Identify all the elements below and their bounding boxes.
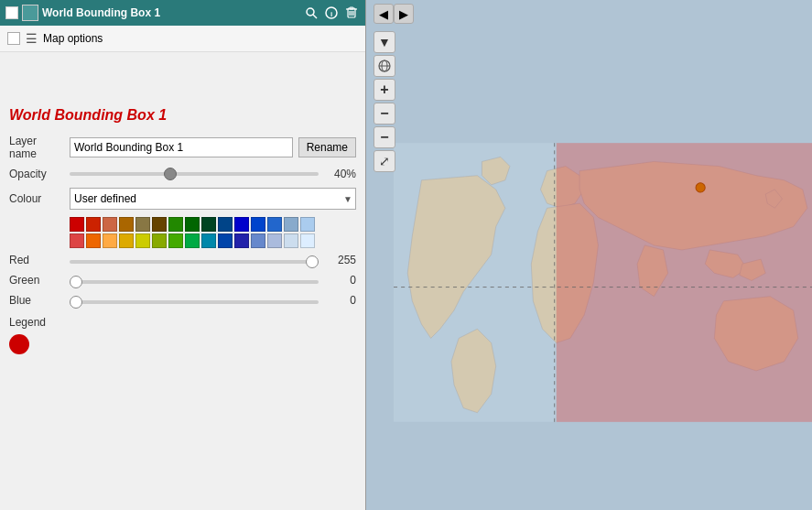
color-swatch[interactable]: [267, 233, 282, 248]
red-row: Red 255: [9, 254, 356, 266]
legend-section: Legend: [9, 316, 356, 354]
color-swatch[interactable]: [218, 217, 233, 232]
color-swatch[interactable]: [201, 233, 216, 248]
blue-value: 0: [324, 294, 356, 307]
color-swatch[interactable]: [70, 217, 84, 232]
blue-label: Blue: [9, 294, 64, 307]
color-swatch[interactable]: [185, 233, 200, 248]
layer-name-input[interactable]: [70, 137, 293, 157]
color-swatch[interactable]: [168, 217, 183, 232]
color-swatch[interactable]: [86, 233, 101, 248]
nav-right-arrow[interactable]: ▶: [394, 4, 414, 24]
colour-select-wrap: User defined Red Green Blue ▼: [70, 188, 356, 210]
color-swatch[interactable]: [70, 233, 84, 248]
map-options-label[interactable]: Map options: [43, 32, 103, 45]
color-swatch[interactable]: [284, 217, 298, 232]
layer-name-row: Layer name Rename: [9, 135, 356, 160]
zoom-controls: ▼ + − − ⤢: [374, 27, 395, 172]
green-value: 0: [324, 274, 356, 287]
color-swatch[interactable]: [185, 217, 200, 232]
color-swatch[interactable]: [284, 233, 298, 248]
map-options-checkbox[interactable]: [7, 32, 20, 45]
color-swatch[interactable]: [135, 217, 150, 232]
color-swatch[interactable]: [251, 233, 265, 248]
layer-title: World Bounding Box 1: [9, 107, 356, 124]
colour-select[interactable]: User defined Red Green Blue: [70, 188, 356, 210]
color-swatch[interactable]: [251, 217, 265, 232]
green-label: Green: [9, 274, 64, 287]
color-swatch[interactable]: [168, 233, 183, 248]
delete-icon[interactable]: [343, 5, 360, 21]
green-slider-wrap: [70, 274, 319, 287]
color-swatch[interactable]: [135, 233, 150, 248]
svg-point-0: [307, 8, 314, 16]
blue-row: Blue 0: [9, 294, 356, 307]
svg-rect-14: [557, 143, 812, 422]
opacity-slider[interactable]: [70, 172, 319, 176]
add-layer-button[interactable]: +: [374, 79, 395, 101]
blue-slider[interactable]: [70, 300, 319, 304]
nav-left-arrow[interactable]: ◀: [374, 4, 394, 24]
red-slider-wrap: [70, 254, 319, 266]
color-swatch[interactable]: [152, 217, 167, 232]
opacity-row: Opacity 40%: [9, 168, 356, 180]
color-swatch[interactable]: [234, 217, 249, 232]
colour-label: Colour: [9, 192, 64, 205]
blue-slider-wrap: [70, 294, 319, 307]
content-area: World Bounding Box 1 Layer name Rename O…: [0, 52, 365, 510]
svg-text:i: i: [330, 10, 332, 18]
red-slider[interactable]: [70, 260, 319, 264]
opacity-slider-wrap: [70, 172, 319, 176]
map-options-row: ☰ Map options: [0, 26, 365, 52]
red-label: Red: [9, 254, 64, 266]
legend-label: Legend: [9, 316, 356, 329]
color-swatches: [70, 217, 326, 248]
color-swatch[interactable]: [86, 217, 101, 232]
color-swatch[interactable]: [300, 233, 315, 248]
legend-color-circle: [9, 334, 29, 354]
red-value: 255: [324, 254, 356, 266]
color-swatch[interactable]: [201, 217, 216, 232]
info-icon[interactable]: i: [323, 5, 340, 21]
colour-row: Colour User defined Red Green Blue ▼: [9, 188, 356, 210]
map-area[interactable]: ◀ ▶ ▼ + − − ⤢: [366, 0, 812, 510]
layer-checkbox[interactable]: [5, 6, 18, 19]
color-swatch[interactable]: [234, 233, 249, 248]
color-swatch[interactable]: [152, 233, 167, 248]
rename-button[interactable]: Rename: [298, 137, 356, 157]
left-panel: World Bounding Box 1 i ☰ Map options Wor…: [0, 0, 366, 510]
color-swatch[interactable]: [267, 217, 282, 232]
layer-name-label: Layer name: [9, 135, 64, 160]
layer-icon: [22, 5, 38, 21]
color-swatch[interactable]: [119, 233, 134, 248]
pan-down-button[interactable]: ▼: [374, 31, 395, 53]
extent-button[interactable]: ⤢: [374, 150, 395, 172]
green-slider[interactable]: [70, 280, 319, 284]
color-swatch[interactable]: [300, 217, 315, 232]
color-swatch[interactable]: [103, 217, 117, 232]
world-map[interactable]: [394, 55, 812, 510]
svg-line-1: [313, 15, 317, 18]
title-bar: World Bounding Box 1 i: [0, 0, 365, 26]
search-icon[interactable]: [303, 5, 319, 21]
list-icon: ☰: [26, 31, 38, 46]
title-bar-text: World Bounding Box 1: [42, 6, 299, 19]
opacity-label: Opacity: [9, 168, 64, 180]
zoom-in-button[interactable]: −: [374, 103, 395, 125]
green-row: Green 0: [9, 274, 356, 287]
color-swatch[interactable]: [218, 233, 233, 248]
svg-point-17: [696, 183, 705, 192]
opacity-value: 40%: [324, 168, 356, 180]
globe-button[interactable]: [374, 55, 395, 77]
color-swatch[interactable]: [103, 233, 117, 248]
zoom-out-button[interactable]: −: [374, 126, 395, 148]
nav-arrows: ◀ ▶: [374, 4, 414, 24]
color-swatch[interactable]: [119, 217, 134, 232]
